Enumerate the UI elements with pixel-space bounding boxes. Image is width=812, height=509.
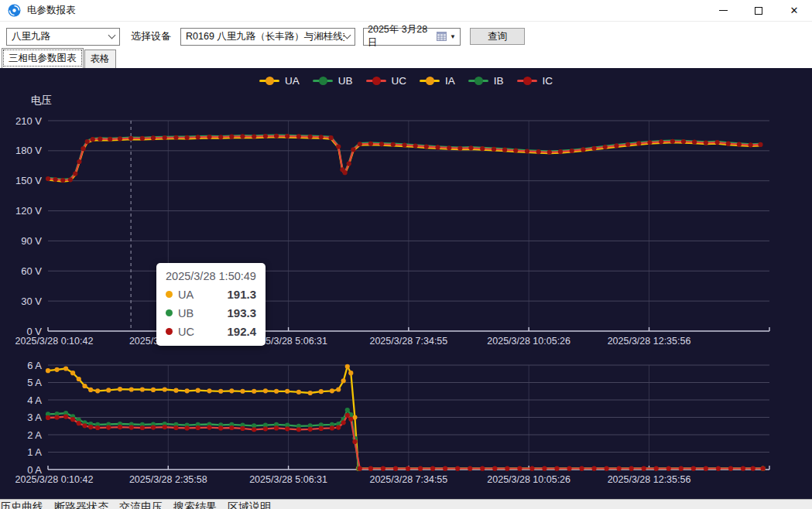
- minimize-button[interactable]: [705, 0, 741, 21]
- data-point-IC: [263, 426, 268, 431]
- data-point-IC: [151, 425, 156, 429]
- y-axis-label: 120 V: [15, 205, 42, 217]
- data-point-UC: [704, 141, 708, 145]
- data-point-UC: [379, 142, 384, 146]
- x-axis-label: 2025/3/28 0:10:42: [15, 474, 94, 485]
- data-point-IA: [151, 388, 156, 392]
- data-point-IC: [336, 425, 341, 429]
- data-point-UC: [758, 142, 762, 147]
- data-point-UC: [659, 139, 663, 144]
- data-point-IA: [218, 389, 223, 394]
- data-point-IC: [741, 466, 745, 471]
- data-point-UC: [402, 143, 406, 148]
- data-point-UC: [319, 135, 324, 139]
- data-point-IA: [82, 384, 87, 388]
- data-point-UC: [128, 136, 133, 141]
- data-point-IC: [406, 466, 410, 471]
- data-point-IC: [229, 425, 234, 430]
- data-point-IC: [666, 466, 671, 471]
- data-point-IC: [492, 466, 497, 471]
- minimize-icon: [719, 10, 728, 11]
- series-line-IB: [48, 410, 763, 469]
- data-point-IA: [229, 388, 234, 393]
- date-picker[interactable]: 2025年 3月28日 ▼: [363, 28, 461, 46]
- data-point-UC: [218, 135, 223, 139]
- x-axis-label: 2025/3/28 7:34:55: [369, 474, 447, 485]
- data-point-UC: [468, 145, 473, 150]
- data-point-IC: [468, 466, 472, 471]
- tab-chart-label: 三相电参数图表: [9, 53, 77, 63]
- data-point-IC: [728, 466, 733, 471]
- data-point-UC: [196, 135, 200, 139]
- data-point-IC: [430, 466, 435, 471]
- data-point-IC: [358, 466, 362, 471]
- charts-canvas[interactable]: 0 V30 V60 V90 V120 V150 V180 V210 V2025/…: [0, 68, 812, 499]
- data-point-UC: [140, 136, 145, 141]
- x-axis-label: 2025/3/28 12:35:56: [608, 474, 691, 485]
- tab-three-phase-chart[interactable]: 三相电参数图表: [2, 48, 84, 68]
- data-point-IA: [173, 388, 178, 393]
- data-point-UC: [60, 178, 65, 183]
- data-point-IC: [579, 466, 584, 471]
- data-point-IC: [455, 466, 460, 471]
- data-point-UC: [591, 146, 596, 151]
- data-point-UC: [435, 145, 440, 149]
- data-point-IC: [88, 425, 93, 429]
- data-point-IC: [330, 425, 334, 430]
- data-point-IA: [348, 371, 353, 375]
- data-point-IA: [252, 389, 256, 394]
- data-point-IC: [95, 425, 100, 430]
- data-point-UC: [53, 177, 58, 182]
- query-button-label: 查询: [488, 30, 507, 43]
- data-point-UC: [91, 137, 95, 142]
- y-axis-label: 210 V: [15, 115, 42, 127]
- data-point-UC: [118, 136, 122, 141]
- data-point-UC: [681, 139, 686, 144]
- data-point-UC: [413, 143, 418, 148]
- area-select[interactable]: 八里九路: [6, 28, 120, 46]
- data-point-IC: [517, 466, 522, 471]
- y-axis-label: 1 A: [27, 446, 42, 458]
- data-point-IC: [368, 466, 373, 471]
- device-label: 选择设备: [131, 29, 171, 43]
- data-point-UC: [240, 134, 245, 138]
- data-point-IA: [196, 388, 200, 393]
- data-point-IA: [319, 389, 324, 394]
- x-axis-label: 2025/3/28 10:05:26: [487, 474, 570, 485]
- data-point-IA: [341, 378, 346, 383]
- series-line-UC: [48, 136, 761, 180]
- query-button[interactable]: 查询: [470, 28, 525, 45]
- data-point-IC: [185, 425, 190, 430]
- maximize-button[interactable]: [741, 0, 776, 21]
- data-point-UC: [647, 140, 652, 145]
- data-point-UC: [737, 142, 742, 147]
- device-select[interactable]: R0169 八里九路（长丰路）与湘桂线交: [180, 28, 355, 46]
- data-point-IC: [542, 466, 546, 471]
- tab-table[interactable]: 表格: [84, 50, 116, 68]
- data-point-IA: [330, 388, 334, 393]
- data-point-UC: [536, 149, 541, 154]
- data-point-UC: [336, 144, 341, 149]
- y-axis-label: 6 A: [27, 360, 42, 371]
- data-point-IC: [505, 466, 509, 471]
- data-point-IC: [381, 466, 385, 471]
- close-icon: ✕: [790, 5, 799, 15]
- close-button[interactable]: ✕: [776, 0, 812, 21]
- y-axis-label: 150 V: [15, 175, 42, 186]
- data-point-UC: [73, 171, 77, 176]
- data-point-UC: [368, 142, 373, 146]
- data-point-UC: [391, 142, 396, 147]
- data-point-UC: [229, 135, 234, 139]
- data-point-IB: [345, 408, 350, 412]
- data-point-IC: [77, 421, 81, 425]
- data-point-IC: [654, 466, 659, 471]
- data-point-IA: [207, 388, 211, 393]
- data-point-UC: [614, 143, 618, 148]
- chart-panel: UAUBUCIAIBIC 电压 0 V30 V60 V90 V120 V150 …: [0, 68, 812, 499]
- data-point-IC: [118, 425, 122, 429]
- data-point-IC: [443, 466, 447, 471]
- data-point-IC: [82, 423, 87, 428]
- data-point-IC: [163, 425, 167, 429]
- data-point-IC: [605, 466, 609, 471]
- data-point-IC: [129, 425, 134, 429]
